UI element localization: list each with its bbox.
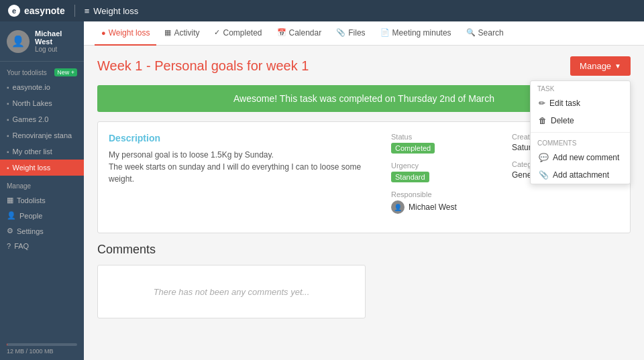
sidebar-item-settings[interactable]: ⚙ Settings [0,223,84,239]
description-title: Description [109,133,378,143]
subnav-label: Calendar [289,28,322,38]
list-icon: ▪ [7,148,9,156]
responsible-label: Responsible [391,190,498,198]
manage-item-label: People [19,212,42,220]
list-icon: ▪ [7,84,9,91]
manage-button-label: Manage [580,61,611,71]
pencil-icon: ✏ [539,99,545,108]
gear-icon: ⚙ [7,227,13,235]
urgency-badge: Standard [391,172,429,182]
responsible-name: Michael West [409,202,457,212]
manage-item-label: FAQ [14,242,29,250]
storage-bar-fill [7,343,7,346]
dot-icon: ● [101,29,106,37]
subnav-item-completed[interactable]: ✓ Completed [207,21,268,46]
storage-container: 12 MB / 1000 MB [0,338,84,360]
caret-down-icon: ▼ [614,62,621,70]
sidebar-item-faq[interactable]: ? FAQ [0,239,84,253]
content-area: ● Weight loss ▦ Activity ✓ Completed 📅 C… [84,21,644,360]
dropdown-delete[interactable]: 🗑 Delete [531,112,630,129]
add-attachment-label: Add attachment [553,170,609,180]
subnav-label: Activity [174,28,199,38]
task-meta-left: Status Completed Urgency Standard Respon… [391,133,498,222]
responsible-avatar: 👤 [391,200,405,214]
comments-empty-text: There has not been any comments yet... [154,287,310,297]
check-icon: ✓ [214,28,220,37]
sidebar-item-weight-loss[interactable]: ▪ Weight loss [0,160,84,176]
sidebar-item-label: easynote.io [13,83,50,91]
subnav-item-meeting-minutes[interactable]: 📄 Meeting minutes [374,21,458,46]
list-icon: ▪ [7,132,9,139]
comments-box: There has not been any comments yet... [97,265,366,318]
new-badge[interactable]: New + [54,68,77,76]
subnav-item-weight-loss[interactable]: ● Weight loss [95,21,156,46]
dropdown-add-attachment[interactable]: 📎 Add attachment [531,166,630,184]
logo-icon [8,5,20,17]
delete-label: Delete [551,116,574,125]
topbar-menu-icon: ≡ [85,6,90,16]
todolists-section: Your todolists New + [0,62,84,79]
sidebar-item-label: North Lakes [13,99,52,107]
logo[interactable]: easynote [8,5,65,17]
comments-section: Comments There has not been any comments… [97,243,631,318]
title-prefix: Week 1 - [97,58,154,73]
sidebar: 👤 Michael West Log out Your todolists Ne… [0,21,84,360]
sidebar-item-label: Games 2.0 [13,115,49,123]
urgency-group: Urgency Standard [391,162,498,182]
sidebar-item-games[interactable]: ▪ Games 2.0 [0,111,84,127]
sidebar-item-label: My other list [13,147,52,156]
dropdown-edit-task[interactable]: ✏ Edit task [531,95,630,112]
responsible-group: Responsible 👤 Michael West [391,190,498,214]
description-line1: My personal goal is to loose 1.5Kg by Su… [109,149,378,161]
manage-button[interactable]: Manage ▼ [570,56,631,76]
subnav-item-files[interactable]: 📎 Files [329,21,372,46]
responsible-row: 👤 Michael West [391,200,498,214]
subnav-item-activity[interactable]: ▦ Activity [158,21,206,46]
subnav-label: Completed [223,28,262,38]
files-icon: 📎 [336,28,345,37]
subnav-item-calendar[interactable]: 📅 Calendar [270,21,329,46]
sidebar-item-label: Renoviranje stana [13,131,72,139]
list-icon: ▪ [7,100,9,107]
page-content: Week 1 - Personal goals for week 1 Manag… [84,46,644,360]
sidebar-user: 👤 Michael West Log out [0,21,84,62]
description-line2: The week starts on sunday and I will do … [109,161,378,185]
subnav-item-search[interactable]: 🔍 Search [460,21,511,46]
manage-item-label: Settings [17,227,44,235]
person-icon: 👤 [7,211,16,220]
comment-icon: 💬 [539,153,549,162]
storage-text: 12 MB / 1000 MB [7,348,77,355]
topbar-divider [74,5,75,17]
topbar: easynote ≡ Weight loss [0,0,644,21]
sidebar-item-north-lakes[interactable]: ▪ North Lakes [0,95,84,111]
manage-section-label: Manage [0,176,84,192]
subnav-label: Files [348,28,365,38]
edit-task-label: Edit task [549,99,580,108]
page-header: Week 1 - Personal goals for week 1 Manag… [97,56,631,76]
sidebar-item-easynote[interactable]: ▪ easynote.io [0,79,84,95]
status-badge: Completed [391,143,435,154]
dropdown-menu: Task ✏ Edit task 🗑 Delete Comments 💬 Add… [530,80,631,184]
sidebar-item-people[interactable]: 👤 People [0,208,84,223]
logout-link[interactable]: Log out [35,46,77,53]
grid-icon: ▦ [7,196,13,204]
dropdown-add-comment[interactable]: 💬 Add new comment [531,149,630,166]
sidebar-item-todolists[interactable]: ▦ Todolists [0,192,84,208]
todolists-label: Your todolists [7,69,47,76]
calendar-icon: 📅 [277,28,286,37]
topbar-title-text: Weight loss [93,6,138,16]
sidebar-item-label: Weight loss [13,164,51,172]
grid-icon: ▦ [164,28,171,37]
subnav-label: Meeting minutes [392,28,451,38]
username: Michael West [35,29,77,46]
subnav-label: Search [478,28,504,38]
subnav-label: Weight loss [109,28,150,38]
title-highlight: Personal goals for week 1 [154,58,309,73]
main-layout: 👤 Michael West Log out Your todolists Ne… [0,21,644,360]
manage-item-label: Todolists [17,196,46,204]
dropdown-comments-label: Comments [531,135,630,149]
sidebar-item-other[interactable]: ▪ My other list [0,143,84,160]
sidebar-item-renoviranje[interactable]: ▪ Renoviranje stana [0,127,84,143]
comments-title: Comments [97,243,631,257]
search-icon: 🔍 [466,28,476,37]
